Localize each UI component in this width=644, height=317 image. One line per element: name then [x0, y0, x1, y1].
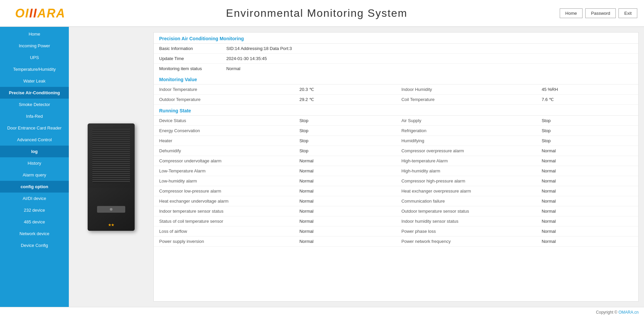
rs-left-label-12: Power supply inversion	[154, 236, 294, 247]
rs-left-value-6: Normal	[294, 176, 396, 186]
rs-right-label-0: Air Supply	[396, 116, 536, 126]
home-button[interactable]: Home	[560, 8, 583, 18]
monitoring-value-title: Monitoring Value	[154, 73, 638, 85]
rs-right-value-12: Normal	[536, 236, 638, 247]
main-layout: Home Incoming Power UPS Temperature/Humi…	[0, 27, 644, 307]
sidebar-item-232-device[interactable]: 232 device	[0, 204, 69, 216]
rs-left-label-7: Compressor low-pressure alarm	[154, 186, 294, 196]
rs-right-value-4: Normal	[536, 156, 638, 166]
rs-right-label-2: Humidifying	[396, 136, 536, 146]
rs-right-label-12: Power network frequency	[396, 236, 536, 247]
mv-right-label-0: Indoor Humidity	[396, 85, 536, 95]
sidebar-item-alarm-query[interactable]: Alarm query	[0, 169, 69, 181]
sidebar-item-smoke-detector[interactable]: Smoke Detector	[0, 99, 69, 110]
rs-right-label-5: High-humidity alarm	[396, 166, 536, 176]
ac-logo: ★★	[108, 223, 114, 227]
sidebar-section-log: log	[0, 146, 69, 157]
running-state-row-12: Power supply inversionNormalPower networ…	[154, 236, 638, 247]
rs-right-label-6: Compressor high-pressure alarm	[396, 176, 536, 186]
password-button[interactable]: Password	[585, 8, 616, 18]
mv-left-value-0: 20.3 ℃	[294, 85, 396, 95]
rs-right-label-9: Outdoor temperature sensor status	[396, 206, 536, 216]
rs-right-label-4: High-temperature Alarm	[396, 156, 536, 166]
sidebar-item-home[interactable]: Home	[0, 28, 69, 40]
monitoring-status-row: Monitoring item status Normal	[154, 64, 638, 74]
sidebar-item-water-leak[interactable]: Water Leak	[0, 75, 69, 87]
rs-right-value-7: Normal	[536, 186, 638, 196]
rs-left-label-1: Energy Conservation	[154, 126, 294, 136]
monitoring-values-table: Indoor Temperature 20.3 ℃ Indoor Humidit…	[154, 85, 638, 105]
basic-info-label: Basic Information	[154, 44, 221, 54]
mv-left-label-1: Outdoor Temperature	[154, 95, 294, 105]
rs-right-value-0: Stop	[536, 116, 638, 126]
rs-right-value-11: Normal	[536, 226, 638, 236]
sidebar-item-485-device[interactable]: 485 device	[0, 216, 69, 228]
monitoring-status-label: Monitoring item status	[154, 64, 221, 74]
sidebar-item-network-device[interactable]: Network device	[0, 228, 69, 240]
monitoring-row-0: Indoor Temperature 20.3 ℃ Indoor Humidit…	[154, 85, 638, 95]
basic-info-value: SID:14 Addressing:18 Data Port:3	[221, 44, 638, 54]
footer-link[interactable]: OMARA.cn	[618, 310, 639, 315]
rs-right-value-9: Normal	[536, 206, 638, 216]
sidebar-item-temp-humidity[interactable]: Temperature/Humidity	[0, 63, 69, 75]
running-state-row-5: Low-Temperature AlarmNormalHigh-humidity…	[154, 166, 638, 176]
rs-left-value-12: Normal	[294, 236, 396, 247]
running-state-row-0: Device StatusStopAir SupplyStop	[154, 116, 638, 126]
running-state-row-2: HeaterStopHumidifyingStop	[154, 136, 638, 146]
sidebar-item-infa-red[interactable]: Infa-Red	[0, 110, 69, 122]
content: ★★ Precision Air Conditioning Monitoring…	[69, 27, 644, 307]
rs-left-value-7: Normal	[294, 186, 396, 196]
rs-left-value-5: Normal	[294, 166, 396, 176]
rs-right-value-6: Normal	[536, 176, 638, 186]
logo-text: OIIIARA	[15, 6, 65, 20]
rs-left-value-8: Normal	[294, 196, 396, 206]
rs-right-label-7: Heat exchanger overpressure alarm	[396, 186, 536, 196]
ac-unit-top	[88, 123, 135, 188]
rs-right-value-8: Normal	[536, 196, 638, 206]
header: OIIIARA Environmental Monitoring System …	[0, 0, 644, 27]
rs-left-label-5: Low-Temperature Alarm	[154, 166, 294, 176]
sidebar-item-precise-ac[interactable]: Precise Air-Conditioning	[0, 87, 69, 99]
rs-right-label-3: Compressor overpressure alarm	[396, 146, 536, 156]
ac-unit-bottom: ★★	[88, 188, 135, 231]
ac-panel	[97, 206, 125, 213]
rs-left-label-2: Heater	[154, 136, 294, 146]
rs-right-label-11: Power phase loss	[396, 226, 536, 236]
section-title-ac: Precision Air Conditioning Monitoring	[154, 33, 638, 44]
ac-grille	[92, 128, 130, 183]
exit-button[interactable]: Exit	[618, 8, 637, 18]
footer: Copyright © OMARA.cn	[0, 307, 644, 317]
sidebar-item-device-config[interactable]: Device Config	[0, 240, 69, 251]
mv-right-label-1: Coil Temperature	[396, 95, 536, 105]
sidebar-item-ups[interactable]: UPS	[0, 52, 69, 63]
rs-left-label-6: Low-humidity alarm	[154, 176, 294, 186]
mv-right-value-1: 7.6 ℃	[536, 95, 638, 105]
sidebar-item-door-entrance[interactable]: Door Entrance Card Reader	[0, 122, 69, 134]
sidebar-item-advanced-control[interactable]: Advanced Control	[0, 134, 69, 146]
ac-unit: ★★	[88, 123, 135, 231]
update-time-label: Update Time	[154, 54, 221, 64]
rs-left-label-9: Indoor temperature sensor status	[154, 206, 294, 216]
sidebar-item-incoming-power[interactable]: Incoming Power	[0, 40, 69, 52]
update-time-value: 2024-01-30 14:35:45	[221, 54, 638, 64]
rs-left-label-10: Status of coil temperature sensor	[154, 216, 294, 226]
info-panel: Precision Air Conditioning Monitoring Ba…	[153, 32, 639, 302]
running-state-row-11: Loss of airflowNormalPower phase lossNor…	[154, 226, 638, 236]
rs-right-value-5: Normal	[536, 166, 638, 176]
rs-left-value-9: Normal	[294, 206, 396, 216]
ac-panel-light	[110, 208, 112, 211]
rs-left-value-10: Normal	[294, 216, 396, 226]
logo: OIIIARA	[7, 6, 74, 20]
rs-left-value-3: Stop	[294, 146, 396, 156]
running-state-row-7: Compressor low-pressure alarmNormalHeat …	[154, 186, 638, 196]
mv-left-value-1: 29.2 ℃	[294, 95, 396, 105]
sidebar-item-ai-di-device[interactable]: AI/DI device	[0, 193, 69, 204]
rs-right-value-3: Normal	[536, 146, 638, 156]
rs-right-value-10: Normal	[536, 216, 638, 226]
sidebar-item-history[interactable]: History	[0, 157, 69, 169]
rs-left-label-11: Loss of airflow	[154, 226, 294, 236]
rs-left-value-11: Normal	[294, 226, 396, 236]
running-state-row-3: DehumidifyStopCompressor overpressure al…	[154, 146, 638, 156]
monitoring-row-1: Outdoor Temperature 29.2 ℃ Coil Temperat…	[154, 95, 638, 105]
rs-right-value-1: Stop	[536, 126, 638, 136]
